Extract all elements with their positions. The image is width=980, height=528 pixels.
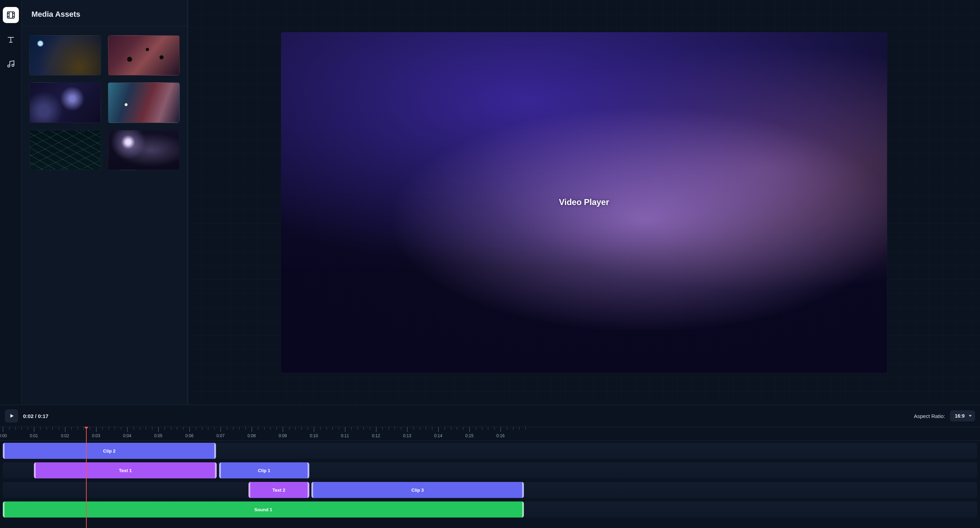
media-asset[interactable] bbox=[29, 130, 101, 170]
media-asset[interactable] bbox=[108, 130, 180, 170]
svg-point-2 bbox=[12, 64, 14, 67]
ruler-label: 0:00 bbox=[0, 433, 7, 438]
media-asset[interactable] bbox=[29, 35, 101, 75]
aspect-ratio-value: 16:9 bbox=[955, 413, 965, 419]
tool-video[interactable] bbox=[3, 7, 19, 23]
media-asset[interactable] bbox=[29, 82, 101, 122]
ruler-label: 0:14 bbox=[434, 433, 442, 438]
ruler-tick bbox=[34, 427, 34, 432]
ruler-label: 0:11 bbox=[341, 433, 349, 438]
asset-grid bbox=[22, 26, 187, 179]
play-button[interactable] bbox=[5, 409, 18, 423]
ruler-label: 0:01 bbox=[30, 433, 38, 438]
ruler-label: 0:07 bbox=[216, 433, 224, 438]
ruler-label: 0:10 bbox=[310, 433, 318, 438]
track-2[interactable]: Text 1Clip 1 bbox=[3, 462, 977, 479]
media-asset[interactable] bbox=[108, 35, 180, 75]
film-icon bbox=[6, 11, 15, 19]
editor: 0:02 / 0:17 Aspect Ratio: 16:9 0:000:010… bbox=[0, 405, 980, 528]
ruler-tick bbox=[127, 427, 127, 432]
ruler-label: 0:06 bbox=[185, 433, 193, 438]
ruler-tick bbox=[158, 427, 159, 432]
timeline: 0:000:010:020:030:040:050:060:070:080:09… bbox=[0, 427, 980, 528]
total-time: 0:17 bbox=[38, 413, 49, 419]
play-icon bbox=[9, 413, 14, 419]
ruler-tick bbox=[345, 427, 345, 432]
ruler-label: 0:05 bbox=[154, 433, 162, 438]
media-asset[interactable] bbox=[108, 82, 180, 122]
panel-title: Media Assets bbox=[22, 0, 187, 26]
ruler-tick bbox=[189, 427, 190, 432]
timeline-clip[interactable]: Sound 1 bbox=[3, 501, 524, 517]
ruler-label: 0:12 bbox=[372, 433, 380, 438]
svg-point-1 bbox=[8, 65, 10, 67]
tool-text[interactable] bbox=[3, 32, 19, 48]
ruler-label: 0:04 bbox=[123, 433, 131, 438]
media-panel: Media Assets bbox=[22, 0, 188, 405]
timeline-clip[interactable]: Clip 3 bbox=[312, 482, 524, 498]
svg-rect-0 bbox=[7, 12, 14, 18]
aspect-ratio-label: Aspect Ratio: bbox=[914, 413, 945, 419]
ruler-label: 0:16 bbox=[496, 433, 504, 438]
track-3[interactable]: Text 2Clip 3 bbox=[3, 482, 977, 498]
timeline-clip[interactable]: Text 2 bbox=[248, 482, 309, 498]
transport-bar: 0:02 / 0:17 Aspect Ratio: 16:9 bbox=[0, 405, 980, 427]
ruler-label: 0:08 bbox=[247, 433, 256, 438]
tracks-area: Clip 2Text 1Clip 1Text 2Clip 3Sound 1 bbox=[0, 441, 980, 528]
timeline-clip[interactable]: Clip 2 bbox=[3, 443, 216, 459]
timeline-clip[interactable]: Clip 1 bbox=[219, 462, 309, 479]
track-4[interactable]: Sound 1 bbox=[3, 501, 977, 517]
text-icon bbox=[6, 35, 15, 44]
preview-area: Video Player bbox=[188, 0, 980, 405]
timecode: 0:02 / 0:17 bbox=[23, 413, 49, 419]
tool-audio[interactable] bbox=[3, 56, 19, 72]
music-icon bbox=[6, 60, 15, 68]
ruler-tick bbox=[469, 427, 470, 432]
ruler-tick bbox=[314, 427, 314, 432]
time-ruler[interactable]: 0:000:010:020:030:040:050:060:070:080:09… bbox=[0, 427, 980, 441]
ruler-label: 0:09 bbox=[278, 433, 286, 438]
ruler-label: 0:15 bbox=[465, 433, 473, 438]
aspect-ratio-select[interactable]: 16:9 bbox=[950, 410, 975, 422]
track-1[interactable]: Clip 2 bbox=[3, 443, 977, 459]
ruler-label: 0:03 bbox=[92, 433, 100, 438]
ruler-label: 0:02 bbox=[61, 433, 69, 438]
current-time: 0:02 bbox=[23, 413, 33, 419]
ruler-tick bbox=[65, 427, 65, 432]
ruler-tick bbox=[221, 427, 221, 432]
ruler-tick bbox=[438, 427, 439, 432]
ruler-tick bbox=[3, 427, 3, 432]
ruler-tick bbox=[251, 427, 252, 432]
ruler-tick bbox=[283, 427, 283, 432]
video-player[interactable]: Video Player bbox=[281, 32, 887, 373]
ruler-tick bbox=[407, 427, 407, 432]
ruler-label: 0:13 bbox=[403, 433, 411, 438]
video-player-label: Video Player bbox=[559, 197, 609, 207]
ruler-tick bbox=[96, 427, 97, 432]
tool-rail bbox=[0, 0, 22, 405]
timeline-clip[interactable]: Text 1 bbox=[34, 462, 217, 479]
